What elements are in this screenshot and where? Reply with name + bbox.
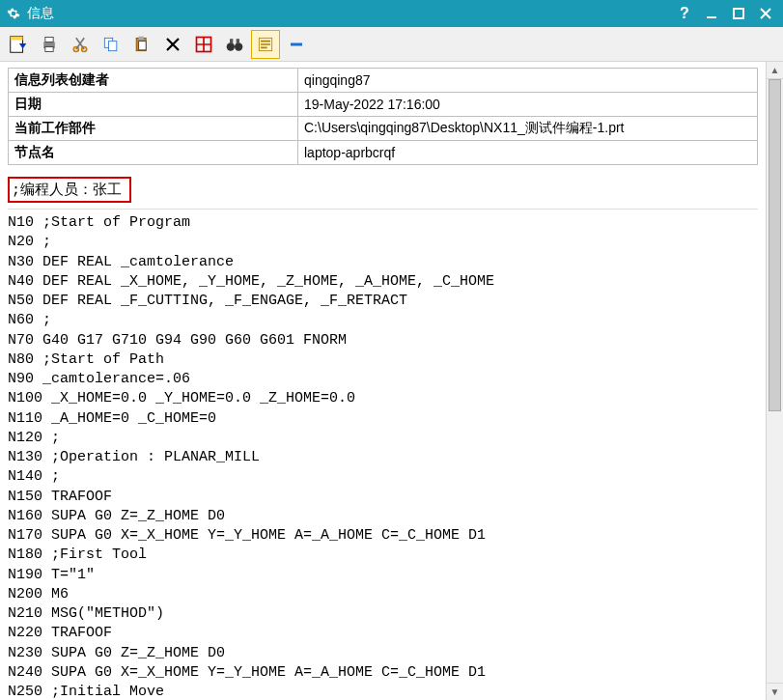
minimize-button[interactable] bbox=[698, 0, 725, 27]
scroll-thumb[interactable] bbox=[769, 79, 781, 411]
svg-rect-19 bbox=[237, 39, 239, 43]
help-button[interactable]: ? bbox=[671, 0, 698, 27]
svg-rect-7 bbox=[45, 46, 53, 51]
maximize-button[interactable] bbox=[725, 0, 752, 27]
info-value: laptop-aprbcrqf bbox=[298, 141, 758, 165]
svg-rect-21 bbox=[291, 42, 302, 45]
info-value: 19-May-2022 17:16:00 bbox=[298, 93, 758, 117]
table-row: 信息列表创建者qingqing87 bbox=[9, 69, 758, 93]
info-label: 日期 bbox=[9, 93, 298, 117]
info-label: 当前工作部件 bbox=[9, 117, 298, 141]
scroll-up-arrow[interactable]: ▲ bbox=[767, 62, 783, 79]
svg-rect-18 bbox=[230, 39, 233, 43]
svg-point-16 bbox=[227, 42, 235, 50]
svg-rect-0 bbox=[707, 16, 716, 18]
table-row: 当前工作部件C:\Users\qingqing87\Desktop\NX11_测… bbox=[9, 117, 758, 141]
toolbar bbox=[0, 27, 783, 62]
info-table: 信息列表创建者qingqing87 日期19-May-2022 17:16:00… bbox=[8, 68, 758, 165]
binoculars-icon[interactable] bbox=[220, 30, 249, 59]
scroll-down-arrow[interactable]: ▼ bbox=[767, 683, 783, 700]
minus-icon[interactable] bbox=[282, 30, 311, 59]
highlighted-section: ;编程人员：张工 bbox=[8, 171, 758, 210]
svg-rect-14 bbox=[139, 41, 147, 49]
window-title: 信息 bbox=[27, 5, 671, 22]
nc-code-listing: N10 ;Start of Program N20 ; N30 DEF REAL… bbox=[8, 213, 758, 700]
file-save-icon[interactable] bbox=[4, 30, 33, 59]
print-icon[interactable] bbox=[35, 30, 64, 59]
highlighted-comment: ;编程人员：张工 bbox=[8, 177, 131, 203]
target-icon[interactable] bbox=[189, 30, 218, 59]
paste-icon[interactable] bbox=[127, 30, 156, 59]
svg-rect-1 bbox=[734, 9, 743, 18]
scroll-track[interactable] bbox=[767, 79, 783, 683]
info-value: qingqing87 bbox=[298, 69, 758, 93]
table-row: 节点名laptop-aprbcrqf bbox=[9, 141, 758, 165]
table-row: 日期19-May-2022 17:16:00 bbox=[9, 93, 758, 117]
gear-icon bbox=[6, 6, 21, 21]
delete-icon[interactable] bbox=[158, 30, 187, 59]
svg-rect-11 bbox=[109, 41, 117, 50]
titlebar: 信息 ? bbox=[0, 0, 783, 27]
info-label: 信息列表创建者 bbox=[9, 69, 298, 93]
copy-icon[interactable] bbox=[97, 30, 126, 59]
cut-icon[interactable] bbox=[66, 30, 95, 59]
svg-point-17 bbox=[235, 42, 242, 50]
content-area: 信息列表创建者qingqing87 日期19-May-2022 17:16:00… bbox=[0, 62, 783, 700]
close-button[interactable] bbox=[752, 0, 779, 27]
svg-rect-3 bbox=[11, 36, 23, 40]
text-area[interactable]: 信息列表创建者qingqing87 日期19-May-2022 17:16:00… bbox=[0, 62, 766, 700]
vertical-scrollbar[interactable]: ▲ ▼ bbox=[766, 62, 783, 700]
info-value: C:\Users\qingqing87\Desktop\NX11_测试件编程-1… bbox=[298, 117, 758, 141]
wrap-icon[interactable] bbox=[251, 30, 280, 59]
svg-rect-13 bbox=[139, 36, 144, 39]
info-label: 节点名 bbox=[9, 141, 298, 165]
svg-rect-6 bbox=[45, 37, 53, 42]
